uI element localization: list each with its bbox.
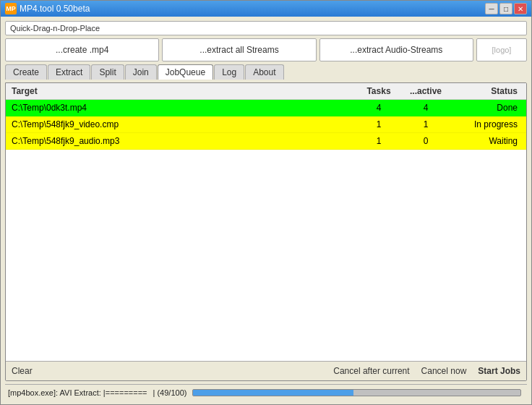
tab-bar: Create Extract Split Join JobQueue Log A… <box>5 64 527 80</box>
progress-bar-fill <box>193 390 353 396</box>
row-target: C:\Temp\548fjk9_video.cmp <box>9 118 357 131</box>
job-table: Target Tasks ...active Status C:\Temp\0d… <box>6 83 526 361</box>
logo-placeholder: [logo] <box>476 38 527 61</box>
tab-jobqueue[interactable]: JobQueue <box>158 64 213 80</box>
tab-create[interactable]: Create <box>5 64 47 80</box>
header-status: Status <box>451 85 523 98</box>
header-target: Target <box>9 85 357 98</box>
row-active: 0 <box>400 135 451 148</box>
bottom-bar: Clear Cancel after current Cancel now St… <box>6 361 526 380</box>
action-buttons-row: ...create .mp4 ...extract all Streams ..… <box>5 38 527 61</box>
tab-panel: Target Tasks ...active Status C:\Temp\0d… <box>5 82 527 381</box>
window-controls: ─ □ ✕ <box>485 3 527 14</box>
progress-text: | (49/100) <box>153 388 187 397</box>
app-icon: MP <box>5 3 17 14</box>
maximize-button[interactable]: □ <box>499 3 512 14</box>
create-mp4-button[interactable]: ...create .mp4 <box>5 38 159 61</box>
header-active: ...active <box>400 85 451 98</box>
row-tasks: 1 <box>357 118 400 131</box>
tab-about[interactable]: About <box>245 64 283 80</box>
status-text: [mp4box.exe]: AVI Extract: |========= <box>8 388 147 397</box>
status-bar: [mp4box.exe]: AVI Extract: |========= | … <box>5 384 527 400</box>
row-status: Done <box>451 101 523 114</box>
tab-join[interactable]: Join <box>125 64 157 80</box>
quick-drag-label: Quick-Drag-n-Drop-Place <box>5 21 527 35</box>
start-jobs-button[interactable]: Start Jobs <box>478 366 520 376</box>
header-tasks: Tasks <box>357 85 400 98</box>
main-content: Quick-Drag-n-Drop-Place ...create .mp4 .… <box>1 17 531 404</box>
cancel-now-button[interactable]: Cancel now <box>421 366 467 376</box>
row-status: Waiting <box>451 135 523 148</box>
table-header: Target Tasks ...active Status <box>6 83 526 100</box>
row-target: C:\Temp\548fjk9_audio.mp3 <box>9 135 357 148</box>
main-window: MP MP4.tool 0.50beta ─ □ ✕ Quick-Drag-n-… <box>0 0 532 405</box>
cancel-after-current-button[interactable]: Cancel after current <box>333 366 409 376</box>
tab-split[interactable]: Split <box>91 64 124 80</box>
row-active: 1 <box>400 118 451 131</box>
extract-all-streams-button[interactable]: ...extract all Streams <box>162 38 316 61</box>
tab-extract[interactable]: Extract <box>48 64 90 80</box>
table-row[interactable]: C:\Temp\548fjk9_audio.mp3 1 0 Waiting <box>6 133 526 150</box>
row-tasks: 4 <box>357 101 400 114</box>
app-icon-text: MP <box>6 5 16 12</box>
minimize-button[interactable]: ─ <box>485 3 498 14</box>
row-status: In progress <box>451 118 523 131</box>
tab-log[interactable]: Log <box>214 64 244 80</box>
extract-audio-streams-button[interactable]: ...extract Audio-Streams <box>319 38 473 61</box>
progress-bar-container <box>192 389 521 396</box>
row-active: 4 <box>400 101 451 114</box>
clear-button[interactable]: Clear <box>12 366 33 376</box>
table-row[interactable]: C:\Temp\548fjk9_video.cmp 1 1 In progres… <box>6 116 526 133</box>
table-row[interactable]: C:\Temp\0dk3t.mp4 4 4 Done <box>6 100 526 116</box>
title-bar: MP MP4.tool 0.50beta ─ □ ✕ <box>1 1 531 17</box>
window-title: MP4.tool 0.50beta <box>20 4 485 14</box>
row-target: C:\Temp\0dk3t.mp4 <box>9 101 357 114</box>
close-button[interactable]: ✕ <box>514 3 527 14</box>
row-tasks: 1 <box>357 135 400 148</box>
